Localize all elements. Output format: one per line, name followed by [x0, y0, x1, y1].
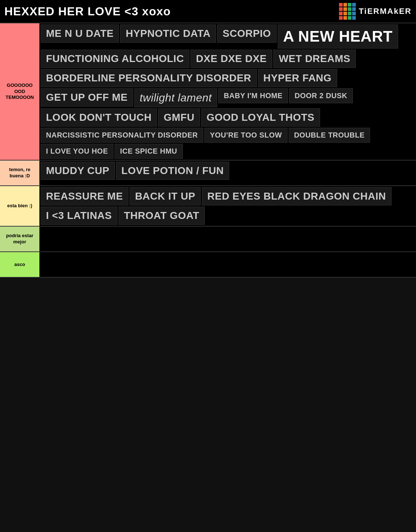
- list-item[interactable]: DOUBLE TROUBLE: [289, 128, 370, 143]
- list-item[interactable]: YOU'RE TOO SLOW: [204, 128, 287, 143]
- list-item[interactable]: twilight lament: [134, 88, 217, 107]
- tier-row-tier-s: GOOOOOO OOD TEMOOOONME N U DATEHYPNOTIC …: [0, 23, 416, 161]
- tier-label-tier-d: asco: [0, 252, 39, 277]
- logo-grid-icon: [339, 3, 356, 20]
- tier-row-tier-c: podria estar mejor: [0, 227, 416, 252]
- list-item[interactable]: DOOR 2 DUSK: [289, 88, 353, 103]
- list-item[interactable]: LOOK DON'T TOUCH: [41, 108, 157, 127]
- tier-content-tier-c: [39, 227, 416, 251]
- list-item[interactable]: MUDDY CUP: [41, 162, 115, 180]
- tier-row-tier-b: esta bien :)REASSURE MEBACK IT UPRED EYE…: [0, 186, 416, 227]
- list-item[interactable]: BABY I'M HOME: [218, 88, 288, 103]
- list-item[interactable]: HYPER FANG: [258, 69, 337, 87]
- list-item[interactable]: BACK IT UP: [130, 187, 201, 205]
- header-title: HEXXED HER LOVE <3 xoxo: [4, 5, 171, 18]
- header-row: HEXXED HER LOVE <3 xoxo TiERMAk: [0, 0, 416, 23]
- list-item[interactable]: THROAT GOAT: [119, 207, 205, 225]
- list-item[interactable]: WET DREAMS: [273, 50, 356, 68]
- tier-row-tier-d: asco: [0, 252, 416, 278]
- list-item[interactable]: I <3 LATINAS: [41, 207, 118, 225]
- tiermaker-text: TiERMAkER: [359, 7, 412, 16]
- list-item[interactable]: I LOVE YOU HOE: [41, 144, 113, 159]
- tier-label-tier-c: podria estar mejor: [0, 227, 39, 251]
- list-item[interactable]: BORDERLINE PERSONALITY DISORDER: [41, 69, 257, 87]
- list-item[interactable]: NARCISSISTIC PERSONALITY DISORDER: [41, 128, 203, 143]
- list-item[interactable]: ICE SPICE HMU: [115, 144, 183, 159]
- list-item[interactable]: DXE DXE DXE: [190, 50, 272, 68]
- list-item[interactable]: GMFU: [158, 108, 200, 127]
- list-item[interactable]: ME N U DATE: [41, 24, 119, 43]
- list-item[interactable]: RED EYES BLACK DRAGON CHAIN: [202, 187, 392, 205]
- tier-row-tier-a: temon, re buena :DMUDDY CUPLOVE POTION /…: [0, 161, 416, 186]
- list-item[interactable]: GOOD LOYAL THOTS: [201, 108, 320, 127]
- tier-content-tier-b: REASSURE MEBACK IT UPRED EYES BLACK DRAG…: [39, 186, 416, 226]
- tier-label-tier-a: temon, re buena :D: [0, 161, 39, 185]
- tiermaker-logo: TiERMAkER: [339, 3, 412, 20]
- tier-label-tier-s: GOOOOOO OOD TEMOOOON: [0, 23, 39, 160]
- list-item[interactable]: GET UP OFF ME: [41, 88, 133, 107]
- tier-content-tier-a: MUDDY CUPLOVE POTION / FUN: [39, 161, 416, 185]
- list-item[interactable]: FUNCTIONING ALCOHOLIC: [41, 50, 189, 68]
- tier-content-tier-s: ME N U DATEHYPNOTIC DATASCORPIOA NEW HEA…: [39, 23, 416, 160]
- list-item[interactable]: A NEW HEART: [278, 24, 398, 49]
- tier-list: HEXXED HER LOVE <3 xoxo TiERMAk: [0, 0, 416, 278]
- list-item[interactable]: SCORPIO: [217, 24, 277, 43]
- tier-content-tier-d: [39, 252, 416, 277]
- list-item[interactable]: LOVE POTION / FUN: [116, 162, 230, 180]
- list-item[interactable]: REASSURE ME: [41, 187, 128, 205]
- tiers-container: GOOOOOO OOD TEMOOOONME N U DATEHYPNOTIC …: [0, 23, 416, 278]
- tier-label-tier-b: esta bien :): [0, 186, 39, 226]
- list-item[interactable]: HYPNOTIC DATA: [120, 24, 216, 43]
